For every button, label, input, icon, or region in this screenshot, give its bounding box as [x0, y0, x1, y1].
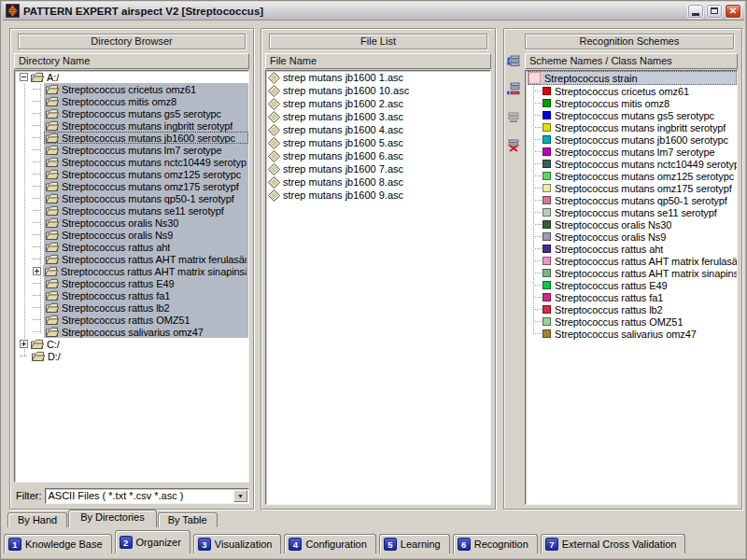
restore-button[interactable] [706, 4, 723, 19]
directory-drive[interactable]: C:/ [15, 338, 248, 350]
file-item[interactable]: strep mutans jb1600 4.asc [266, 123, 490, 136]
scheme-class[interactable]: Streptococcus rattus aht [526, 243, 737, 255]
file-item[interactable]: strep mutans jb1600 7.asc [266, 162, 490, 175]
directory-item[interactable]: Streptococcus rattus AHT matrix sinapins… [15, 265, 248, 277]
subtab-by-table[interactable]: By Table [158, 512, 218, 527]
folder-icon [45, 242, 59, 253]
scheme-class[interactable]: Streptococcus rattus AHT matrix ferulasä… [526, 255, 737, 267]
new-scheme-icon[interactable] [506, 53, 521, 68]
titlebar[interactable]: PATTERN EXPERT airspect V2 [Streptococcu… [3, 2, 744, 21]
subtab-by-hand[interactable]: By Hand [7, 512, 67, 527]
filter-value: ASCII Files ( *.txt *.csv *.asc ) [46, 490, 234, 502]
directory-root[interactable]: A:/ [15, 71, 248, 83]
tab-recognition[interactable]: 6Recognition [453, 534, 538, 553]
filter-combobox[interactable]: ASCII Files ( *.txt *.csv *.asc ) ▼ [45, 488, 250, 504]
tree-stub [535, 175, 542, 176]
tree-stub [33, 101, 40, 102]
tab-visualization[interactable]: 3Visualization [193, 534, 282, 553]
close-button[interactable]: ✕ [725, 4, 741, 19]
scheme-class[interactable]: Streptococcus mutans se11 serotypf [526, 206, 737, 218]
directory-item[interactable]: Streptococcus salivarius omz47 [15, 326, 248, 338]
scheme-class[interactable]: Streptococcus mitis omz8 [526, 97, 737, 109]
scheme-class[interactable]: Streptococcus mutans omz175 serotypf [526, 182, 737, 194]
tree-stub [535, 236, 542, 237]
directory-panel-header: Directory Browser [18, 34, 246, 49]
file-item[interactable]: strep mutans jb1600 1.asc [266, 71, 490, 84]
directory-item[interactable]: Streptococcus oralis Ns9 [15, 229, 248, 241]
directory-item[interactable]: Streptococcus oralis Ns30 [15, 217, 248, 229]
directory-item[interactable]: Streptococcus cricetus omz61 [15, 83, 248, 95]
scheme-class[interactable]: Streptococcus mutans qp50-1 serotypf [526, 194, 737, 206]
directory-item[interactable]: Streptococcus mutans ingbritt serotypf [15, 119, 248, 132]
collapse-icon[interactable] [20, 73, 28, 81]
directory-item[interactable]: Streptococcus mutans omz125 serotypc [15, 168, 248, 180]
file-item[interactable]: strep mutans jb1600 9.asc [266, 189, 490, 202]
schemes-column-header[interactable]: Scheme Names / Class Names [525, 53, 738, 69]
schemes-tree[interactable]: Streptococcus strainStreptococcus cricet… [525, 70, 738, 505]
tab-configuration[interactable]: 4Configuration [284, 534, 375, 553]
scheme-class[interactable]: Streptococcus mutans lm7 serotype [526, 146, 737, 158]
directory-column-header[interactable]: Directory Name [14, 53, 249, 69]
tab-external-cross-validation[interactable]: 7External Cross Validation [541, 534, 686, 553]
scheme-class[interactable]: Streptococcus rattus OMZ51 [526, 315, 737, 328]
scheme-class[interactable]: Streptococcus rattus AHT matrix sinapins… [526, 267, 737, 279]
scheme-class[interactable]: Streptococcus mutans ingbritt serotypf [526, 121, 737, 133]
directory-item[interactable]: Streptococcus rattus lb2 [15, 301, 248, 314]
tree-stub [535, 103, 542, 104]
directory-item[interactable]: Streptococcus rattus E49 [15, 277, 248, 289]
scheme-color-swatch [529, 72, 541, 84]
file-item[interactable]: strep mutans jb1600 3.asc [266, 110, 490, 123]
directory-item-label: Streptococcus mutans omz175 serotypf [62, 181, 239, 192]
directory-item[interactable]: Streptococcus rattus OMZ51 [15, 314, 248, 326]
scheme-class[interactable]: Streptococcus rattus E49 [526, 279, 737, 291]
minimize-button[interactable] [687, 4, 704, 19]
dropdown-arrow-icon[interactable]: ▼ [233, 490, 247, 502]
scheme-class[interactable]: Streptococcus salivarius omz47 [526, 328, 737, 340]
directory-item-label: Streptococcus rattus fa1 [62, 290, 170, 301]
directory-item[interactable]: Streptococcus mutans nctc10449 serotypc [15, 156, 248, 168]
tab-learning[interactable]: 5Learning [379, 534, 450, 553]
directory-item[interactable]: Streptococcus mutans se11 serotypf [15, 204, 248, 217]
tree-stub [33, 161, 40, 162]
scheme-class[interactable]: Streptococcus mutans jb1600 serotypc [526, 133, 737, 146]
file-item[interactable]: strep mutans jb1600 2.asc [266, 97, 490, 110]
assign-class-icon[interactable] [506, 81, 521, 96]
scheme-class[interactable]: Streptococcus mutans omz125 serotypc [526, 170, 737, 182]
file-item[interactable]: strep mutans jb1600 8.asc [266, 175, 490, 189]
scheme-class[interactable]: Streptococcus mutans gs5 serotypc [526, 109, 737, 121]
file-list[interactable]: strep mutans jb1600 1.ascstrep mutans jb… [265, 70, 491, 505]
directory-item[interactable]: Streptococcus rattus fa1 [15, 289, 248, 301]
subtab-by-directories[interactable]: By Directories [68, 510, 156, 527]
directory-item[interactable]: Streptococcus mutans omz175 serotypf [15, 180, 248, 192]
scheme-class[interactable]: Streptococcus rattus fa1 [526, 291, 737, 303]
expand-icon[interactable] [20, 340, 28, 348]
directory-item[interactable]: Streptococcus mitis omz8 [15, 95, 248, 107]
scheme-class[interactable]: Streptococcus oralis Ns9 [526, 231, 737, 243]
directory-tree[interactable]: A:/Streptococcus cricetus omz61Streptoco… [14, 70, 249, 483]
tab-knowledge-base[interactable]: 1Knowledge Base [4, 534, 112, 553]
file-item[interactable]: strep mutans jb1600 5.asc [266, 136, 490, 149]
class-color-swatch [543, 135, 551, 144]
scheme-class[interactable]: Streptococcus cricetus omz61 [526, 85, 737, 97]
scheme-class[interactable]: Streptococcus oralis Ns30 [526, 218, 737, 231]
scheme-class[interactable]: Streptococcus mutans nctc10449 serotypc [526, 158, 737, 170]
directory-item-label: Streptococcus mutans gs5 serotypc [62, 108, 221, 119]
tab-organizer[interactable]: 2Organizer [115, 530, 190, 553]
directory-drive[interactable]: D:/ [15, 350, 248, 362]
scheme-root[interactable]: Streptococcus strain [526, 71, 737, 85]
directory-item[interactable]: Streptococcus rattus aht [15, 241, 248, 253]
directory-item[interactable]: Streptococcus mutans gs5 serotypc [15, 107, 248, 119]
file-column-header[interactable]: File Name [265, 53, 491, 69]
expand-icon[interactable] [33, 267, 41, 275]
scheme-class[interactable]: Streptococcus rattus lb2 [526, 303, 737, 315]
folder-icon [44, 266, 58, 277]
file-item[interactable]: strep mutans jb1600 6.asc [266, 149, 490, 162]
class-color-swatch [543, 172, 551, 180]
directory-item[interactable]: Streptococcus mutans lm7 serotype [15, 144, 248, 156]
directory-item[interactable]: Streptococcus mutans qp50-1 serotypf [15, 192, 248, 204]
file-item[interactable]: strep mutans jb1600 10.asc [266, 84, 490, 97]
directory-item[interactable]: Streptococcus mutans jb1600 serotypc [15, 132, 248, 144]
delete-scheme-icon[interactable] [506, 137, 521, 152]
class-table-icon[interactable] [506, 109, 521, 124]
directory-item[interactable]: Streptococcus rattus AHT matrix ferulasä… [15, 253, 248, 265]
